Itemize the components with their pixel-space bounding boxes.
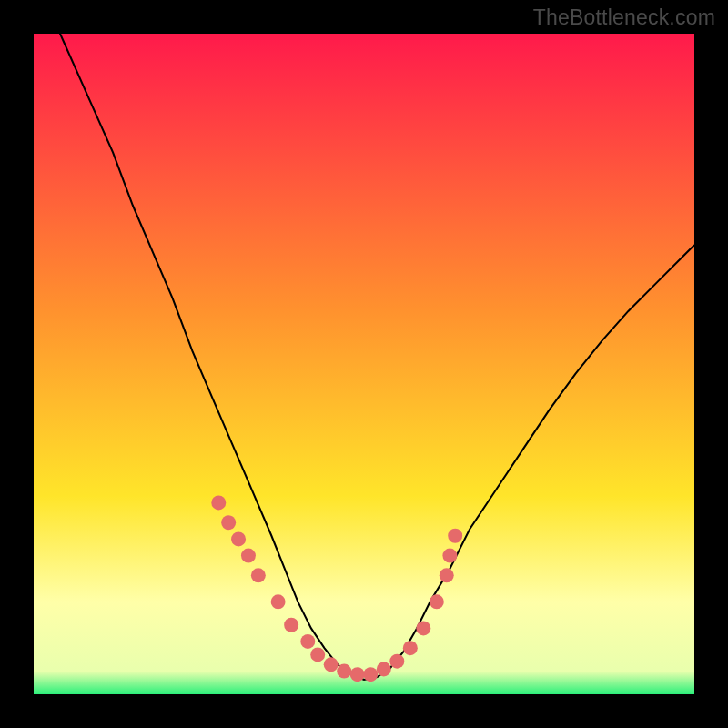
plot-area — [34, 34, 694, 694]
data-point — [241, 549, 256, 563]
data-point — [324, 657, 339, 672]
data-point — [389, 654, 404, 669]
data-point — [363, 667, 378, 682]
data-point — [430, 594, 444, 609]
data-point — [442, 549, 457, 563]
gradient-background — [34, 34, 694, 694]
data-point — [284, 618, 298, 632]
data-point — [350, 667, 365, 682]
data-point — [377, 662, 391, 676]
chart-container: TheBottleneck.com — [0, 0, 728, 728]
data-point — [448, 529, 462, 543]
data-point — [211, 495, 226, 510]
data-point — [440, 568, 454, 582]
data-point — [251, 568, 266, 582]
chart-svg — [34, 34, 694, 694]
data-point — [337, 664, 351, 679]
data-point — [416, 621, 430, 635]
data-point — [403, 641, 418, 655]
data-point — [300, 634, 315, 649]
data-point — [231, 531, 246, 546]
data-point — [310, 647, 325, 662]
data-point — [271, 594, 286, 609]
data-point — [221, 515, 236, 530]
watermark-text: TheBottleneck.com — [533, 5, 715, 30]
